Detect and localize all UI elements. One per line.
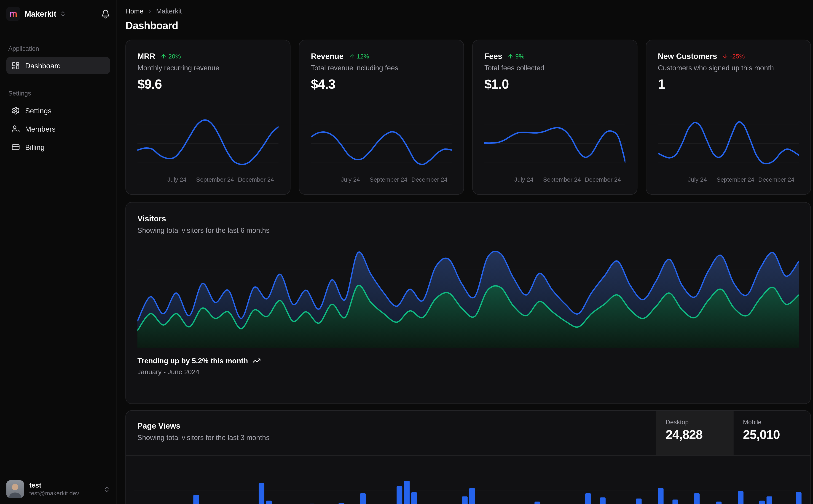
bar xyxy=(716,502,722,504)
bar xyxy=(411,492,417,504)
app-window: m Makerkit Application Dashboard Setting… xyxy=(0,0,813,504)
x-axis-label: July 24 xyxy=(167,176,186,183)
bar xyxy=(462,496,467,504)
avatar xyxy=(6,480,24,498)
chevrons-up-down-icon xyxy=(103,486,110,493)
x-axis-label: September 24 xyxy=(717,176,754,183)
spark-x-axis-labels: July 24September 24December 24 xyxy=(311,176,452,185)
trending-up-icon xyxy=(252,356,261,365)
chevron-right-icon xyxy=(146,8,153,14)
sidebar-nav: Application Dashboard Settings Settings … xyxy=(0,21,116,157)
arrow-up-icon xyxy=(349,53,355,59)
bar xyxy=(585,493,591,504)
page-views-title: Page Views xyxy=(137,421,644,430)
chevrons-up-down-icon xyxy=(59,11,66,17)
stat-card-header: Revenue 12% xyxy=(311,52,452,61)
trend-badge: 12% xyxy=(349,53,369,60)
spark-x-axis-labels: July 24September 24December 24 xyxy=(658,176,799,185)
breadcrumb: Home Makerkit xyxy=(125,0,811,15)
user-name: test xyxy=(29,481,79,490)
tab-desktop-label: Desktop xyxy=(666,419,724,426)
visitors-trend-line: Trending up by 5.2% this month xyxy=(137,356,799,365)
trend-badge: 9% xyxy=(507,53,524,60)
stat-card-value: $1.0 xyxy=(484,77,626,92)
spark-line-svg xyxy=(658,114,799,173)
tab-mobile[interactable]: Mobile 25,010 xyxy=(733,411,810,455)
stat-card-value: $9.6 xyxy=(137,77,279,92)
x-axis-label: December 24 xyxy=(411,176,448,183)
credit-card-icon xyxy=(11,143,20,151)
visitors-area-chart xyxy=(137,244,799,348)
bell-icon xyxy=(101,9,110,19)
trend-badge: 20% xyxy=(160,53,181,60)
stat-card: Revenue 12% Total revenue including fees… xyxy=(299,40,464,195)
bar xyxy=(193,495,199,504)
stat-card-subtitle: Total fees collected xyxy=(484,64,626,72)
user-menu-button[interactable]: test test@makerkit.dev xyxy=(0,475,116,504)
sidebar-item-dashboard[interactable]: Dashboard xyxy=(6,57,110,74)
nav-group-label-settings: Settings xyxy=(6,90,110,97)
tab-desktop[interactable]: Desktop 24,828 xyxy=(656,411,733,455)
trend-value: 12% xyxy=(357,53,369,60)
bar xyxy=(404,481,409,504)
x-axis-label: July 24 xyxy=(688,176,707,183)
x-axis-label: December 24 xyxy=(758,176,794,183)
x-axis-label: December 24 xyxy=(585,176,621,183)
stat-card-header: New Customers -25% xyxy=(658,52,799,61)
visitors-card: Visitors Showing total visitors for the … xyxy=(125,202,811,404)
spark-x-axis-labels: July 24September 24December 24 xyxy=(137,176,279,185)
sidebar-item-members[interactable]: Members xyxy=(6,120,110,137)
notifications-bell-button[interactable] xyxy=(101,9,110,19)
stat-card-subtitle: Total revenue including fees xyxy=(311,64,452,72)
stat-card: Fees 9% Total fees collected $1.0 July 2… xyxy=(472,40,638,195)
bar xyxy=(534,502,540,504)
bar xyxy=(658,488,664,504)
sidebar: m Makerkit Application Dashboard Setting… xyxy=(0,0,117,504)
sidebar-item-billing[interactable]: Billing xyxy=(6,138,110,155)
x-axis-label: July 24 xyxy=(514,176,533,183)
spark-line-svg xyxy=(484,114,626,173)
sidebar-item-label: Settings xyxy=(25,106,52,115)
workspace-selector[interactable]: m Makerkit xyxy=(0,0,116,21)
gear-icon xyxy=(11,106,20,115)
page-views-header-text: Page Views Showing total visitors for th… xyxy=(126,411,656,455)
bar xyxy=(738,491,743,504)
nav-group-spacer xyxy=(6,75,110,90)
stat-card-subtitle: Customers who signed up this month xyxy=(658,64,799,72)
stat-card-title: Fees xyxy=(484,52,502,61)
bar-chart-gridline xyxy=(134,491,802,491)
spark-x-axis-labels: July 24September 24December 24 xyxy=(484,176,626,185)
spark-chart: July 24September 24December 24 xyxy=(311,114,452,185)
breadcrumb-home-link[interactable]: Home xyxy=(125,7,143,15)
stat-card-header: MRR 20% xyxy=(137,52,279,61)
bar xyxy=(469,488,475,504)
x-axis-label: July 24 xyxy=(341,176,360,183)
stat-card-title: New Customers xyxy=(658,52,717,61)
arrow-up-icon xyxy=(160,53,167,59)
sidebar-item-label: Billing xyxy=(25,143,45,151)
stat-cards-row: MRR 20% Monthly recurring revenue $9.6 J… xyxy=(125,40,811,195)
page-views-card: Page Views Showing total visitors for th… xyxy=(125,410,811,504)
dashboard-icon xyxy=(11,61,20,70)
visitors-subtitle: Showing total visitors for the last 6 mo… xyxy=(137,227,799,234)
spark-chart: July 24September 24December 24 xyxy=(658,114,799,185)
spark-line-svg xyxy=(311,114,452,173)
main-content: Home Makerkit Dashboard MRR 20% Monthly … xyxy=(117,0,813,504)
page-title: Dashboard xyxy=(125,20,811,32)
bar xyxy=(599,497,605,504)
page-views-bar-chart xyxy=(134,456,802,504)
x-axis-label: September 24 xyxy=(196,176,234,183)
x-axis-label: September 24 xyxy=(543,176,581,183)
stat-card-subtitle: Monthly recurring revenue xyxy=(137,64,279,72)
sidebar-item-settings[interactable]: Settings xyxy=(6,102,110,119)
x-axis-label: December 24 xyxy=(238,176,274,183)
members-icon xyxy=(11,125,20,133)
page-views-subtitle: Showing total visitors for the last 3 mo… xyxy=(137,434,644,442)
spark-line-svg xyxy=(137,114,279,173)
trend-badge: -25% xyxy=(722,53,745,60)
spark-chart: July 24September 24December 24 xyxy=(137,114,279,185)
bar xyxy=(672,499,678,504)
visitors-title: Visitors xyxy=(137,214,799,223)
stat-card: New Customers -25% Customers who signed … xyxy=(646,40,811,195)
avatar-image xyxy=(6,480,24,498)
